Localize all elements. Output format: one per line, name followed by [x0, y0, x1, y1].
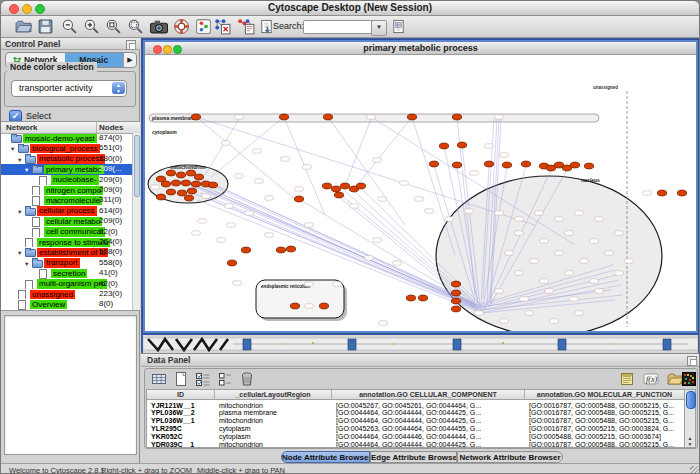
tree-row-label[interactable]: primary metabo	[44, 165, 104, 175]
tree-row-label[interactable]: cellular metabo	[44, 217, 102, 227]
vizmapper-icon[interactable]	[195, 18, 212, 35]
table-column-header[interactable]: annotation.GO MOLECULAR_FUNCTION	[525, 390, 685, 400]
table-cell[interactable]: YPL036W__1	[147, 417, 215, 425]
select-attributes-icon[interactable]	[195, 371, 211, 387]
disclosure-triangle-icon[interactable]: ▼	[24, 165, 29, 174]
table-cell[interactable]: [GO:0016787, GO:0005215, GO:0003824, G..…	[525, 425, 685, 433]
disclosure-triangle-icon[interactable]: ▼	[17, 155, 22, 164]
tree-row-label[interactable]: Overview	[30, 300, 67, 310]
node-color-dropdown[interactable]: transporter activity ▲▼	[11, 80, 127, 97]
tree-row-label[interactable]: transport	[44, 258, 80, 268]
float-panel-icon[interactable]	[126, 40, 136, 50]
tree-row[interactable]: ▼primary metabo209(...	[1, 164, 132, 174]
delete-attribute-trash-icon[interactable]	[239, 371, 255, 387]
snapshot-camera-icon[interactable]	[149, 18, 169, 35]
table-scrollbar-thumb[interactable]	[686, 391, 696, 409]
network-canvas[interactable]: plasma membranecytoplasmmitochondrionnuc…	[145, 55, 696, 331]
tab-network-attribute-browser[interactable]: Network Attribute Browser	[457, 451, 563, 463]
function-builder-icon[interactable]: f(x)	[643, 371, 659, 387]
export-document-icon[interactable]	[259, 18, 274, 35]
new-attribute-icon[interactable]	[173, 371, 189, 387]
resize-grip[interactable]	[690, 466, 700, 474]
table-cell[interactable]: YKR052C	[147, 433, 215, 441]
tree-row-label[interactable]: establishment of lo	[37, 248, 108, 258]
table-cell[interactable]: [GO:0044464, GO:0044446, GO:0044444, G..…	[332, 433, 525, 441]
tab-edge-attribute-browser[interactable]: Edge Attribute Browser	[370, 451, 457, 463]
tree-row[interactable]: ▼metabolic process280(0)	[1, 154, 132, 164]
tab-node-attribute-browser[interactable]: Node Attribute Browser	[281, 451, 370, 463]
table-cell[interactable]: cytoplasm	[215, 433, 332, 441]
table-cell[interactable]: mitochondrion	[215, 402, 332, 410]
table-cell[interactable]: [GO:0016787, GO:0005488, GO:0005215, G..…	[525, 402, 685, 410]
tree-row-label[interactable]: secretion	[51, 269, 87, 279]
attribute-table[interactable]: ID_cellularLayoutRegionannotation.GO CEL…	[146, 389, 686, 448]
tree-row[interactable]: ▼biological_process651(0)	[1, 143, 132, 153]
disclosure-triangle-icon[interactable]: ▼	[10, 144, 15, 153]
scrollbar-arrows-icon[interactable]: ▲▼	[685, 435, 695, 447]
table-cell[interactable]: [GO:0044464, GO:0044444, GO:0044425, G..…	[332, 441, 525, 448]
import-annotation-icon[interactable]	[391, 18, 406, 35]
open-folder-icon[interactable]	[15, 18, 32, 35]
table-cell[interactable]: YLR295C	[147, 425, 215, 433]
table-cell[interactable]: [GO:0016787, GO:0005488, GO:0005215, G..…	[525, 441, 685, 448]
table-cell[interactable]: plasma membrane	[215, 409, 332, 417]
tree-row[interactable]: response to stimulu264(0)	[1, 237, 132, 247]
search-input[interactable]	[303, 20, 375, 34]
tabs-overflow-arrow[interactable]: ▶	[123, 53, 136, 67]
table-cell[interactable]: [GO:0016787, GO:0005488, GO:0005215, G..…	[525, 409, 685, 417]
table-cell[interactable]: [GO:0044464, GO:0044444, GO:0044425, G..…	[332, 409, 525, 417]
float-data-panel-icon[interactable]	[687, 356, 697, 366]
tree-row[interactable]: nitrogen compo209(0)	[1, 185, 132, 195]
tree-row[interactable]: cellular metabo209(0)	[1, 216, 132, 226]
unselect-attributes-icon[interactable]	[217, 371, 233, 387]
tree-row[interactable]: secretion41(0)	[1, 268, 132, 278]
tree-row-label[interactable]: metabolic process	[37, 154, 105, 164]
disclosure-triangle-icon[interactable]: ▼	[17, 248, 22, 257]
search-options-dropdown[interactable]: ▼	[371, 20, 387, 36]
disclosure-triangle-icon[interactable]: ▼	[17, 207, 22, 216]
zoom-out-icon[interactable]	[61, 18, 78, 35]
help-lifering-icon[interactable]	[173, 18, 190, 35]
tree-row[interactable]: mosaic-demo-yeast874(0)	[1, 133, 132, 143]
table-cell[interactable]: YJR121W__1	[147, 402, 215, 410]
birdseye-overview-panel[interactable]	[4, 315, 137, 455]
tree-row[interactable]: cell communicat22(0)	[1, 227, 132, 237]
table-cell[interactable]: YDR039C__1	[147, 441, 215, 448]
table-column-header[interactable]: annotation.GO CELLULAR_COMPONENT	[332, 390, 525, 400]
table-column-header[interactable]: ID	[147, 390, 215, 400]
tree-row-label[interactable]: unassigned	[30, 290, 75, 300]
tree-row-label[interactable]: biological_process	[30, 144, 100, 154]
disclosure-triangle-icon[interactable]: ▼	[24, 259, 29, 268]
tree-row[interactable]: macromolecule311(0)	[1, 195, 132, 205]
annotation-notepad-icon[interactable]	[619, 371, 635, 387]
tree-scrollbar[interactable]	[132, 133, 140, 311]
tree-row-label[interactable]: cell communicat	[44, 227, 105, 237]
tree-row[interactable]: nucleobase-209(0)	[1, 175, 132, 185]
table-cell[interactable]: [GO:0045263, GO:0044464, GO:0044455, G..…	[332, 425, 525, 433]
table-cell[interactable]: [GO:0044464, GO:0044444, GO:0044425, G..…	[332, 417, 525, 425]
import-network-icon[interactable]	[213, 18, 232, 35]
tree-row[interactable]: ▼cellular process614(0)	[1, 206, 132, 216]
table-scrollbar[interactable]: ▲▼	[684, 389, 696, 448]
table-cell[interactable]: cytoplasm	[215, 425, 332, 433]
save-icon[interactable]	[37, 18, 54, 35]
tree-row-label[interactable]: macromolecule	[44, 196, 102, 206]
network-frame-titlebar[interactable]: primary metabolic process	[145, 42, 696, 55]
table-column-header[interactable]: _cellularLayoutRegion	[215, 390, 332, 400]
tree-row-label[interactable]: nitrogen compo	[44, 186, 103, 196]
import-table-icon[interactable]	[237, 18, 256, 35]
table-cell[interactable]: [GO:0045267, GO:0045261, GO:0044464, G..…	[332, 402, 525, 410]
zoom-fit-icon[interactable]	[105, 18, 122, 35]
zoom-in-icon[interactable]	[83, 18, 100, 35]
table-cell[interactable]: YPL036W__2	[147, 409, 215, 417]
tree-row-label[interactable]: multi-organism pro	[37, 279, 107, 289]
table-cell[interactable]: mitochondrion	[215, 441, 332, 448]
table-cell[interactable]: [GO:0005488, GO:0005215, GO:0003674]	[525, 433, 685, 441]
attribute-matrix-icon[interactable]	[681, 371, 697, 387]
tree-row-label[interactable]: mosaic-demo-yeast	[23, 134, 97, 144]
attribute-table-icon[interactable]	[151, 371, 167, 387]
tree-row[interactable]: ▼transport558(0)	[1, 258, 132, 268]
tree-row[interactable]: ▼establishment of lo558(0)	[1, 247, 132, 257]
table-cell[interactable]: mitochondrion	[215, 417, 332, 425]
tree-row[interactable]: multi-organism pro42(0)	[1, 279, 132, 289]
